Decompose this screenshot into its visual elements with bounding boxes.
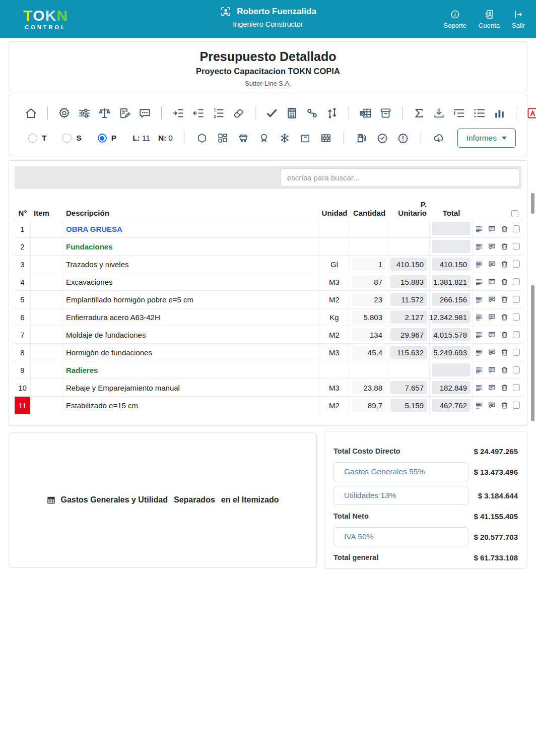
trash-icon[interactable] (500, 348, 509, 357)
row-cantidad[interactable]: 45,4 (350, 344, 388, 361)
detail-lines-icon[interactable] (475, 313, 484, 322)
detail-lines-icon[interactable] (475, 331, 484, 339)
cantidad-value[interactable]: 45,4 (352, 346, 386, 359)
trash-icon[interactable] (500, 278, 509, 286)
scales-icon[interactable] (98, 106, 111, 120)
row-cantidad[interactable]: 87 (350, 273, 388, 290)
select-all-checkbox[interactable] (511, 210, 518, 217)
bullet-list-icon[interactable] (473, 106, 486, 120)
cantidad-value[interactable]: 1 (352, 258, 386, 271)
punitario-value[interactable]: 115.632 (390, 346, 427, 359)
cantidad-value[interactable]: 23 (352, 293, 386, 306)
nav-soporte[interactable]: Soporte (444, 9, 467, 29)
home-icon[interactable] (24, 106, 38, 120)
row-checkbox[interactable] (513, 261, 520, 268)
radio-p[interactable]: P (98, 134, 116, 143)
cantidad-value[interactable]: 134 (352, 328, 386, 341)
radio-p-circle[interactable] (98, 134, 107, 143)
row-punitario[interactable]: 7.657 (388, 379, 430, 396)
punitario-value[interactable]: 15.883 (390, 275, 427, 288)
sigma-icon[interactable] (412, 106, 426, 120)
eraser-icon[interactable] (232, 106, 245, 120)
row-punitario[interactable]: 15.883 (388, 273, 430, 290)
detail-lines-icon[interactable] (475, 401, 484, 410)
box-icon[interactable] (299, 132, 311, 144)
table-import-icon[interactable] (359, 106, 372, 120)
search-input[interactable] (281, 168, 519, 186)
blocks-icon[interactable] (217, 132, 229, 144)
hexagon-icon[interactable] (196, 132, 208, 144)
comment-dots-icon[interactable] (138, 106, 152, 120)
radio-t[interactable]: T (28, 134, 46, 143)
trash-icon[interactable] (500, 401, 509, 410)
list-indent-icon[interactable] (452, 106, 466, 120)
detail-lines-icon[interactable] (475, 278, 484, 286)
row-checkbox[interactable] (513, 402, 520, 409)
trash-icon[interactable] (500, 260, 509, 269)
comment-icon[interactable] (488, 313, 496, 322)
row-checkbox[interactable] (513, 349, 520, 356)
row-punitario[interactable]: 11.572 (388, 291, 430, 308)
row-cantidad[interactable]: 5.803 (350, 308, 388, 326)
archive-icon[interactable] (379, 106, 392, 120)
comment-icon[interactable] (488, 295, 496, 304)
row-cantidad[interactable] (350, 238, 388, 255)
scrollbar-thumb[interactable] (531, 193, 534, 214)
row-checkbox[interactable] (513, 296, 520, 303)
iva-input[interactable]: IVA 50% (333, 527, 468, 546)
comment-icon[interactable] (488, 225, 496, 233)
punitario-value[interactable]: 5.159 (390, 399, 427, 412)
informes-button[interactable]: Informes (457, 129, 516, 148)
comment-icon[interactable] (488, 260, 496, 269)
detail-lines-icon[interactable] (475, 384, 484, 392)
check-icon[interactable] (265, 106, 279, 120)
row-checkbox[interactable] (513, 313, 520, 321)
cart-icon[interactable] (237, 132, 249, 144)
nav-salir[interactable]: Salir (512, 9, 525, 29)
row-checkbox[interactable] (513, 278, 520, 285)
comment-icon[interactable] (488, 366, 496, 374)
row-cantidad[interactable] (350, 220, 388, 237)
numbered-list-icon[interactable]: 12 (212, 106, 225, 120)
punitario-value[interactable]: 7.657 (390, 381, 427, 394)
detail-lines-icon[interactable] (475, 260, 484, 269)
cantidad-value[interactable]: 87 (352, 275, 386, 288)
snowflake-icon[interactable] (279, 132, 291, 144)
comment-icon[interactable] (488, 401, 496, 410)
row-checkbox[interactable] (513, 243, 520, 250)
seal-check-icon[interactable] (376, 132, 388, 144)
row-punitario[interactable] (388, 361, 430, 379)
scrollbar-thumb[interactable] (531, 285, 534, 421)
punitario-value[interactable]: 11.572 (390, 293, 427, 306)
row-punitario[interactable]: 410.150 (388, 256, 430, 273)
radio-s-circle[interactable] (62, 134, 72, 143)
cloud-download-icon[interactable] (433, 132, 445, 144)
row-punitario[interactable] (388, 220, 430, 237)
row-punitario[interactable] (388, 238, 430, 255)
cantidad-value[interactable]: 89,7 (352, 399, 386, 412)
fuel-pump-icon[interactable] (356, 132, 368, 144)
trash-icon[interactable] (500, 366, 509, 374)
punitario-value[interactable]: 2.127 (390, 310, 427, 324)
row-checkbox[interactable] (513, 366, 520, 373)
pdf-file-icon[interactable] (526, 106, 536, 120)
detail-lines-icon[interactable] (475, 242, 484, 251)
row-checkbox[interactable] (513, 331, 520, 338)
punitario-value[interactable]: 29.967 (390, 328, 427, 341)
row-cantidad[interactable]: 23 (350, 291, 388, 308)
detail-lines-icon[interactable] (475, 225, 484, 233)
row-cantidad[interactable]: 23,88 (350, 379, 388, 396)
radio-s[interactable]: S (62, 134, 81, 143)
cantidad-value[interactable]: 5.803 (352, 310, 386, 324)
bricks-icon[interactable] (320, 132, 332, 144)
utilidades-input[interactable]: Utilidades 13% (333, 486, 468, 505)
seal-alert-icon[interactable] (397, 132, 409, 144)
trash-icon[interactable] (500, 225, 509, 233)
trash-icon[interactable] (500, 384, 509, 392)
bar-chart-icon[interactable] (493, 106, 506, 120)
comment-icon[interactable] (488, 278, 496, 286)
punitario-value[interactable]: 410.150 (390, 258, 427, 271)
row-cantidad[interactable]: 134 (350, 326, 388, 343)
calculator-icon[interactable] (285, 106, 299, 120)
row-punitario[interactable]: 115.632 (388, 344, 430, 361)
